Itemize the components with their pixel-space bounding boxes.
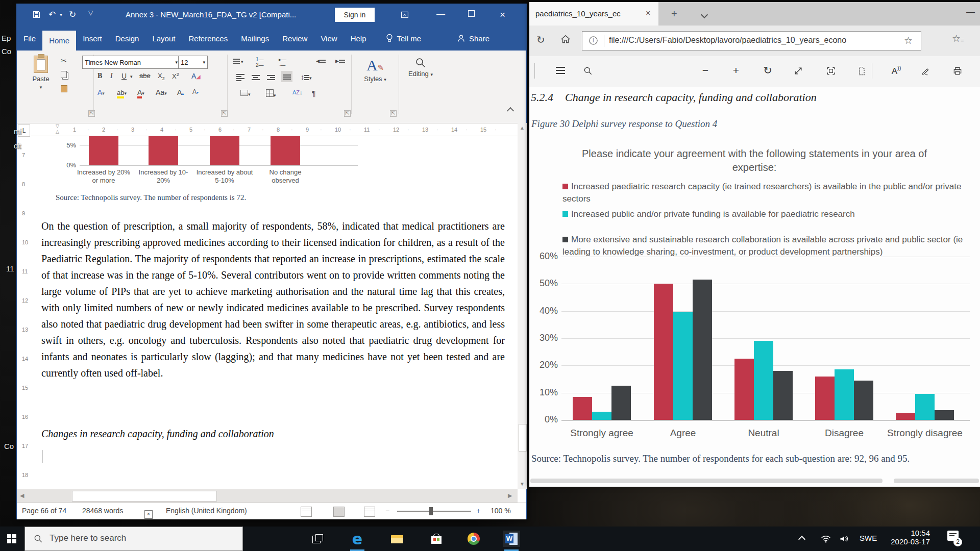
editing-button[interactable]: Editing ▾ [403,57,438,78]
font-size-combo[interactable]: 12▾ [178,56,208,69]
tell-me-item[interactable]: Tell me [373,26,427,51]
browser-tab[interactable]: paediatrics_10_years_ec × [529,2,658,26]
subscript-button[interactable]: X2 [158,72,165,81]
redo-icon[interactable]: ↻ [69,9,76,20]
new-tab-icon[interactable]: + [671,8,677,20]
toc-icon[interactable] [553,64,568,79]
font-name-combo[interactable]: Times New Roman▾ [82,56,180,69]
italic-button[interactable]: I [110,72,113,80]
undo-icon[interactable]: ↶ [48,9,56,20]
zoom-level[interactable]: 100 % [491,507,511,515]
print-icon[interactable] [950,64,965,79]
page-view-icon[interactable] [854,64,869,79]
vertical-scroll-thumb[interactable] [519,424,527,452]
increase-indent-icon[interactable]: ▸ [335,57,345,65]
web-layout-icon[interactable] [364,507,375,517]
ribbon-display-icon[interactable] [401,9,409,19]
window-minimize-icon[interactable]: — [966,7,975,17]
tray-chevron-icon[interactable] [799,527,804,551]
rotate-icon[interactable]: ↻ [760,64,775,79]
styles-button[interactable]: A✎ Styles ▾ [355,57,396,83]
cut-icon[interactable]: ✂ [61,57,67,65]
menu-item-layout[interactable]: Layout [145,26,182,51]
pilcrow-icon[interactable]: ¶ [312,89,316,97]
zoom-slider-thumb[interactable] [429,507,433,515]
sort-icon[interactable]: AZ↓ [292,89,303,95]
language-indicator[interactable]: SWE [860,534,877,551]
grow-font-icon[interactable]: A▴ [177,88,184,96]
underline-button[interactable]: U [121,72,127,80]
page-indicator[interactable]: Page 66 of 74 [22,507,66,515]
tab-close-icon[interactable]: × [646,9,650,18]
scroll-right-icon[interactable]: ▶ [508,492,512,499]
borders-icon[interactable]: ▾ [266,89,276,98]
wifi-icon[interactable] [821,534,831,551]
paste-button[interactable]: Paste▾ [26,56,56,90]
horizontal-ruler[interactable]: 1·2·3·4·5·6·7·8·9·10·11·12·13·14·15·▽△ [31,124,518,136]
clipboard-dialog-launcher[interactable]: ⇱ [88,110,95,117]
underline-dropdown-icon[interactable]: ▾ [130,74,133,79]
customize-quick-access-icon[interactable]: ▽ [88,9,93,16]
taskbar-search[interactable]: Type here to search [24,527,243,551]
menu-item-design[interactable]: Design [109,26,146,51]
language-indicator[interactable]: English (United Kingdom) [166,507,247,515]
line-spacing-icon[interactable]: ↕▾ [301,73,312,81]
strikethrough-button[interactable]: abe [139,72,151,80]
font-color-icon[interactable]: A▾ [137,88,144,96]
refresh-icon[interactable]: ↻ [536,34,545,46]
highlight-color-icon[interactable]: ab▾ [117,88,127,96]
styles-dialog-launcher[interactable]: ⇱ [390,110,397,117]
fit-page-icon[interactable] [823,64,839,79]
menu-item-view[interactable]: View [314,26,344,51]
task-view-icon[interactable] [309,531,326,547]
start-button[interactable] [3,531,20,547]
zoom-slider-track[interactable] [397,511,471,512]
shading-icon[interactable]: ▾ [240,89,251,97]
zoom-in-icon[interactable]: + [728,64,744,79]
align-center-icon[interactable] [252,73,260,81]
menu-item-file[interactable]: File [17,26,42,51]
vertical-ruler[interactable]: 789101112131415161718 [18,138,30,489]
file-explorer-icon[interactable] [388,531,406,547]
zoom-out-icon[interactable]: − [698,64,713,79]
numbering-icon[interactable]: 1—2— [256,57,264,68]
read-aloud-icon[interactable]: A)) [889,64,904,79]
clock[interactable]: 10:54 2020-03-17 [887,529,930,551]
change-case-icon[interactable]: Aa▾ [156,88,167,96]
tab-list-icon[interactable] [702,10,707,19]
zoom-in-icon[interactable]: + [476,507,480,515]
pdf-content[interactable]: 5.2.4 Change in research capacity, fundi… [529,87,980,487]
edge-icon[interactable]: e [349,531,366,547]
info-icon[interactable]: i [589,36,598,45]
horizontal-scrollbar[interactable]: ◀ ▶ [17,489,518,503]
superscript-button[interactable]: X2 [172,72,179,80]
home-icon[interactable] [560,34,571,45]
minimize-icon[interactable]: — [436,9,445,19]
favorites-list-icon[interactable]: ☆≡ [952,33,963,44]
share-item[interactable]: Share [426,26,495,51]
word-icon[interactable]: W [503,531,520,547]
save-icon[interactable] [32,9,41,19]
horizontal-scroll-thumb[interactable] [72,491,217,502]
menu-item-help[interactable]: Help [344,26,373,51]
scroll-down-icon[interactable]: ▼ [520,481,525,487]
url-field[interactable]: i file:///C:/Users/Fabio/Desktop/lavoro/… [582,31,921,51]
multilevel-list-icon[interactable]: ▸—·— [279,57,286,68]
undo-dropdown-icon[interactable]: ▾ [60,12,62,17]
search-icon[interactable] [580,64,596,79]
font-dialog-launcher[interactable]: ⇱ [221,110,228,117]
scroll-up-icon[interactable]: ▲ [520,125,525,131]
decrease-indent-icon[interactable]: ◂ [316,57,326,65]
collapse-ribbon-icon[interactable] [508,108,513,115]
ink-pen-icon[interactable] [918,64,934,79]
paragraph-dialog-launcher[interactable]: ⇱ [344,110,351,117]
copy-icon[interactable] [61,71,67,80]
print-layout-icon[interactable] [333,507,345,517]
format-painter-icon[interactable] [61,85,67,94]
speaker-icon[interactable] [839,534,849,551]
favorite-star-icon[interactable]: ☆ [904,35,913,46]
justify-icon[interactable] [281,71,292,82]
word-count[interactable]: 28468 words [82,507,123,515]
maximize-icon[interactable] [468,9,475,19]
menu-item-references[interactable]: References [182,26,234,51]
